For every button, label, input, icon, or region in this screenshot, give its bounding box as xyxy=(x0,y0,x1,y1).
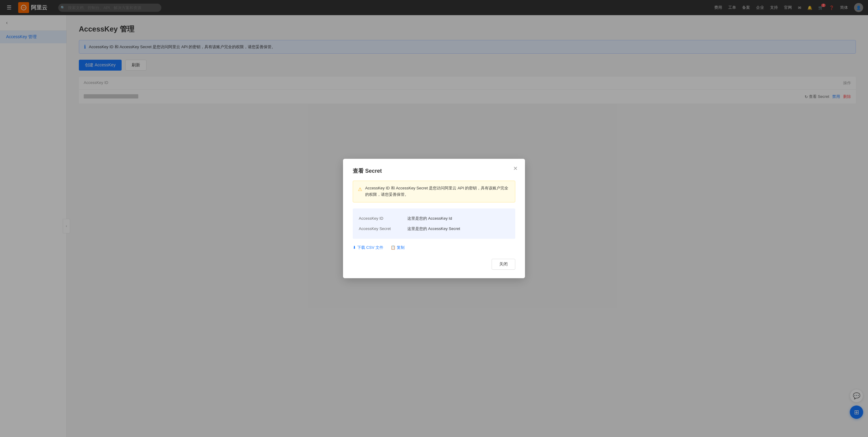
modal-actions: ⬇ 下载 CSV 文件 📋 复制 xyxy=(353,245,515,250)
copy-icon: 📋 xyxy=(391,245,396,250)
modal-info-row-secret: AccessKey Secret 这里是您的 AccessKey Secret xyxy=(359,224,509,234)
modal-value-secret: 这里是您的 AccessKey Secret xyxy=(407,226,460,232)
download-icon: ⬇ xyxy=(353,245,356,250)
modal-label-secret: AccessKey Secret xyxy=(359,226,407,231)
modal-info-row-id: AccessKey ID 这里是您的 AccessKey Id xyxy=(359,213,509,224)
modal-info-table: AccessKey ID 这里是您的 AccessKey Id AccessKe… xyxy=(353,208,515,239)
modal-footer: 关闭 xyxy=(353,259,515,270)
warning-icon: ⚠ xyxy=(358,186,362,198)
download-csv-link[interactable]: ⬇ 下载 CSV 文件 xyxy=(353,245,383,250)
modal-value-id: 这里是您的 AccessKey Id xyxy=(407,216,452,221)
modal-overlay[interactable]: 查看 Secret ✕ ⚠ AccessKey ID 和 AccessKey S… xyxy=(0,0,868,437)
copy-link[interactable]: 📋 复制 xyxy=(391,245,405,250)
modal-close-button[interactable]: ✕ xyxy=(512,165,519,172)
copy-label: 复制 xyxy=(397,245,405,250)
modal-warning-banner: ⚠ AccessKey ID 和 AccessKey Secret 是您访问阿里… xyxy=(353,180,515,202)
modal-warning-text: AccessKey ID 和 AccessKey Secret 是您访问阿里云 … xyxy=(365,185,510,198)
modal-title: 查看 Secret xyxy=(353,167,515,174)
modal-close-btn[interactable]: 关闭 xyxy=(492,259,515,270)
download-csv-label: 下载 CSV 文件 xyxy=(357,245,383,250)
modal-label-id: AccessKey ID xyxy=(359,216,407,221)
view-secret-modal: 查看 Secret ✕ ⚠ AccessKey ID 和 AccessKey S… xyxy=(343,159,525,278)
